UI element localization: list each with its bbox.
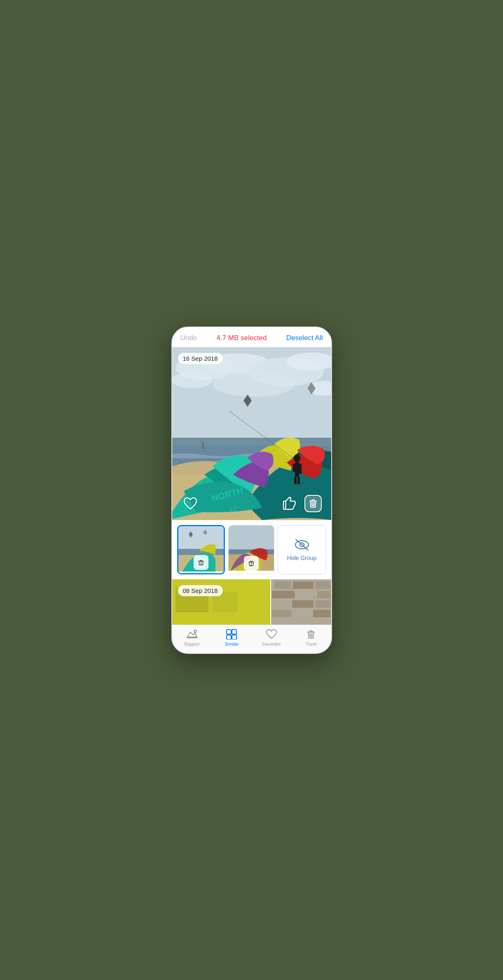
- svg-rect-49: [294, 610, 311, 617]
- svg-rect-45: [274, 600, 290, 608]
- tab-favorites-label: Favorites: [262, 642, 281, 646]
- svg-point-14: [294, 454, 300, 462]
- undo-button[interactable]: Undo: [180, 334, 197, 342]
- tab-biggest-icon: [186, 628, 198, 640]
- svg-rect-43: [297, 591, 315, 598]
- tab-similar-icon: [226, 628, 237, 640]
- svg-rect-40: [293, 581, 313, 589]
- thumbs-up-button[interactable]: [278, 494, 298, 513]
- tab-trash-icon: [305, 628, 317, 640]
- tab-trash[interactable]: Trash: [291, 628, 331, 646]
- svg-rect-53: [227, 630, 231, 634]
- svg-rect-41: [316, 581, 330, 589]
- image-overlay-icons: [172, 494, 331, 513]
- svg-rect-54: [232, 630, 236, 634]
- tab-favorites[interactable]: Favorites: [252, 628, 292, 646]
- svg-rect-13: [202, 442, 204, 449]
- tab-favorites-icon: [266, 628, 277, 640]
- main-date-badge: 16 Sep 2018: [178, 353, 223, 364]
- svg-rect-51: [270, 579, 271, 625]
- phone-frame: Undo 4.7 MB selected Deselect All 16 Sep…: [171, 327, 332, 654]
- thumbnail-2-trash[interactable]: [244, 556, 259, 571]
- svg-rect-17: [298, 464, 302, 474]
- svg-rect-16: [293, 464, 296, 472]
- tab-bar: Biggest Similar Favorites: [172, 625, 331, 653]
- svg-rect-19: [297, 477, 300, 484]
- svg-rect-39: [274, 581, 291, 589]
- selected-size-label: 4.7 MB selected: [216, 334, 267, 342]
- thumbnail-1-trash[interactable]: [194, 555, 208, 570]
- thumbnail-2[interactable]: [228, 525, 274, 574]
- hide-group-label: Hide Group: [287, 555, 317, 561]
- second-section: 08 Sep 2018: [172, 579, 331, 625]
- svg-rect-44: [317, 591, 330, 598]
- thumbnail-1[interactable]: [177, 525, 225, 574]
- svg-rect-50: [313, 610, 330, 617]
- svg-rect-46: [292, 600, 313, 608]
- tab-similar-label: Similar: [225, 642, 239, 646]
- tab-biggest-label: Biggest: [184, 642, 199, 646]
- thumbnails-row: Hide Group: [172, 520, 331, 579]
- svg-rect-18: [294, 477, 297, 484]
- second-date-badge: 08 Sep 2018: [178, 585, 223, 596]
- svg-point-5: [172, 372, 213, 388]
- heart-button[interactable]: [180, 494, 200, 513]
- trash-button-main[interactable]: [303, 494, 323, 513]
- tab-similar[interactable]: Similar: [212, 628, 252, 646]
- deselect-all-button[interactable]: Deselect All: [286, 334, 323, 342]
- tab-trash-label: Trash: [305, 642, 317, 646]
- tab-biggest[interactable]: Biggest: [172, 628, 212, 646]
- svg-point-52: [194, 630, 197, 632]
- hide-group-button[interactable]: Hide Group: [278, 525, 326, 574]
- svg-rect-48: [272, 610, 292, 617]
- svg-rect-56: [232, 635, 236, 639]
- svg-rect-42: [272, 591, 295, 598]
- main-image: 16 Sep 2018: [172, 347, 331, 520]
- svg-rect-55: [227, 635, 231, 639]
- svg-point-6: [213, 372, 295, 397]
- top-bar: Undo 4.7 MB selected Deselect All: [172, 327, 331, 347]
- svg-rect-47: [316, 600, 330, 608]
